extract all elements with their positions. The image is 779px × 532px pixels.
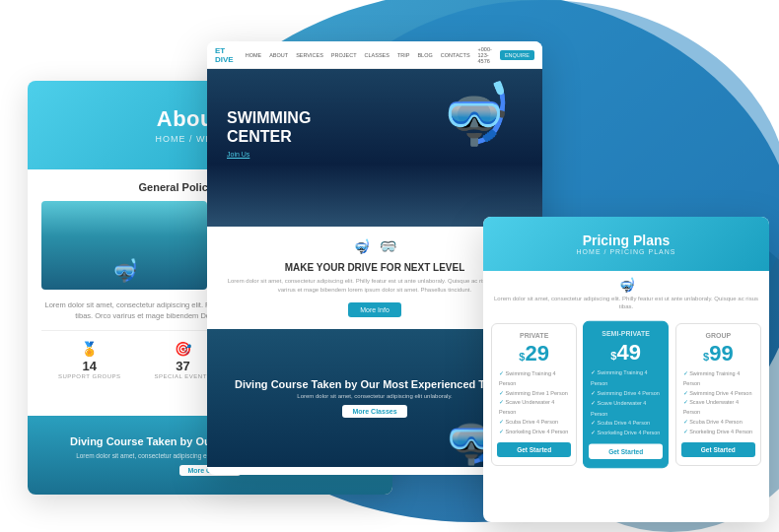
- more-info-button[interactable]: More Info: [348, 302, 401, 317]
- hero-section: 🤿 SWIMMINGCENTER Join Us: [207, 69, 542, 227]
- feature-item: Scuba Drive 4 Person: [497, 418, 571, 428]
- nav-contacts[interactable]: CONTACTS: [439, 51, 472, 59]
- feature-item: Scave Underwater 4 Person: [681, 398, 755, 418]
- pricing-intro-text: Lorem dolor sit amet, consectetur adipis…: [493, 295, 759, 311]
- nav-home[interactable]: HOME: [244, 51, 264, 59]
- feature-item: Snorkeling Drive 4 Person: [681, 428, 755, 437]
- feature-item: Swimming Drive 1 Person: [497, 389, 571, 399]
- feature-item: Scuba Drive 4 Person: [589, 419, 663, 429]
- plan-group-features: Swimming Training 4 Person Swimming Driv…: [681, 369, 755, 437]
- nav-items: HOME ABOUT SERVICES PROJECT CLASSES TRIP…: [244, 51, 472, 59]
- bottom-desc: Lorem dolor sit amet, consectetur adipis…: [235, 393, 515, 399]
- stat-label-events: SPECIAL EVENTS: [155, 373, 212, 379]
- feature-item: Swimming Drive 4 Person: [589, 388, 663, 398]
- plan-private: PRIVATE $29 Swimming Training 4 Person S…: [491, 323, 577, 466]
- feature-item: Snorkeling Drive 4 Person: [589, 429, 663, 438]
- nav-trip[interactable]: TRIP: [395, 51, 412, 59]
- hero-link[interactable]: Join Us: [227, 151, 311, 158]
- plan-semi-private: SEMI-PRIVATE $49 Swimming Training 4 Per…: [583, 321, 669, 469]
- hero-text: SWIMMINGCENTER Join Us: [227, 108, 311, 158]
- pricing-plans-row: PRIVATE $29 Swimming Training 4 Person S…: [483, 317, 769, 472]
- plan-group-name: GROUP: [681, 332, 755, 339]
- feature-item: Swimming Drive 4 Person: [681, 389, 755, 399]
- bottom-more-button[interactable]: More Classes: [342, 405, 406, 418]
- feature-item: Scuba Drive 4 Person: [681, 418, 755, 428]
- feature-item: Scave Underwater 4 Person: [497, 398, 571, 418]
- support-icon: 🏅: [58, 341, 120, 357]
- plan-private-features: Swimming Training 4 Person Swimming Driv…: [497, 369, 571, 437]
- nav-about[interactable]: ABOUT: [267, 51, 290, 59]
- nav-services[interactable]: SERVICES: [294, 51, 325, 59]
- nav-enquire-btn[interactable]: ENQUIRE: [500, 50, 534, 60]
- plan-private-btn[interactable]: Get Started: [497, 442, 571, 457]
- card-pricing: Pricing Plans HOME / PRICING PLANS 🤿 Lor…: [483, 217, 769, 522]
- plan-semi-features: Swimming Training 4 Person Swimming Driv…: [589, 368, 663, 438]
- stat-label-support: SUPPORT GROUPS: [58, 373, 120, 379]
- scene-wrapper: About Us. HOME / WHO WE ARE General Poli…: [0, 0, 779, 532]
- plan-private-price: $29: [497, 343, 571, 365]
- plan-semi-btn[interactable]: Get Started: [589, 443, 663, 458]
- stat-events: 🎯 37 SPECIAL EVENTS: [155, 341, 212, 379]
- events-icon: 🎯: [155, 341, 212, 357]
- pricing-header: Pricing Plans HOME / PRICING PLANS: [483, 217, 769, 271]
- nav-blog[interactable]: BLOG: [415, 51, 434, 59]
- feature-item: Snorkeling Drive 4 Person: [497, 428, 571, 437]
- stat-support: 🏅 14 SUPPORT GROUPS: [58, 341, 120, 379]
- hero-title: SWIMMINGCENTER: [227, 108, 311, 146]
- mask-icon: 🥽: [380, 238, 396, 254]
- pricing-intro-icon: 🤿: [493, 277, 759, 293]
- bottom-title: Diving Course Taken by Our Most Experien…: [235, 378, 515, 390]
- feature-item: Swimming Training 4 Person: [589, 368, 663, 388]
- plan-group-btn[interactable]: Get Started: [681, 442, 755, 457]
- feature-item: Swimming Training 4 Person: [681, 369, 755, 389]
- nav-classes[interactable]: CLASSES: [363, 51, 391, 59]
- nav-project[interactable]: PROJECT: [329, 51, 359, 59]
- plan-private-name: PRIVATE: [497, 332, 571, 339]
- pricing-title: Pricing Plans: [583, 233, 671, 248]
- plan-semi-name: SEMI-PRIVATE: [589, 330, 663, 337]
- scuba-icon: 🤿: [353, 238, 370, 254]
- plan-semi-price: $49: [589, 341, 663, 364]
- stat-num-events: 37: [155, 359, 212, 373]
- feature-item: Scave Underwater 4 Person: [589, 399, 663, 419]
- diver-image-1: [41, 201, 207, 290]
- main-nav: ET DIVE HOME ABOUT SERVICES PROJECT CLAS…: [207, 41, 542, 69]
- nav-phone: +000-123-4576: [478, 46, 494, 64]
- pricing-breadcrumb: HOME / PRICING PLANS: [577, 248, 676, 255]
- plan-group-price: $99: [681, 343, 755, 365]
- nav-logo: ET DIVE: [215, 46, 234, 64]
- feature-item: Swimming Training 4 Person: [497, 369, 571, 389]
- plan-group: GROUP $99 Swimming Training 4 Person Swi…: [675, 323, 761, 466]
- pricing-intro: 🤿 Lorem dolor sit amet, consectetur adip…: [483, 271, 769, 317]
- hero-diver-icon: 🤿: [439, 79, 513, 149]
- stat-num-support: 14: [58, 359, 120, 373]
